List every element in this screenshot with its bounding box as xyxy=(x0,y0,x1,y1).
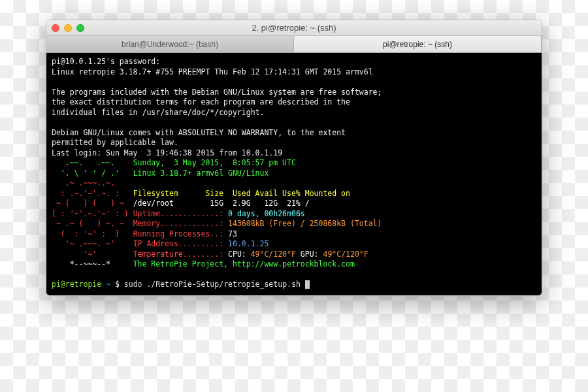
ascii-art-line: ~ .~ ( ) ~. ~ xyxy=(52,219,133,228)
motd-line: permitted by applicable law. xyxy=(52,138,178,147)
minimize-icon[interactable] xyxy=(64,24,72,32)
ascii-art-line: '~ .~~~. ~' xyxy=(52,239,133,248)
ascii-art-line: .~~. .~~. xyxy=(52,158,133,167)
close-icon[interactable] xyxy=(52,24,59,32)
motd-line: Debian GNU/Linux comes with ABSOLUTELY N… xyxy=(52,128,346,137)
ascii-art-line: ~ ( ) ( ) ~ xyxy=(52,199,133,208)
fs-row: /dev/root 15G 2.9G 12G 21% / xyxy=(133,199,310,208)
memory-label: Memory.............: xyxy=(133,219,228,228)
ascii-art-line: ( : '~'.~.'~' : ) xyxy=(52,209,133,218)
info-date: Sunday, 3 May 2015, 8:05:57 pm UTC xyxy=(133,158,296,167)
temp-label: Temperature........: xyxy=(133,250,228,259)
temp-cpu-label: CPU: xyxy=(228,250,251,259)
tab-label: brian@Underwood:~ (bash) xyxy=(122,40,218,49)
info-kernel: Linux 3.18.7+ armv6l GNU/Linux xyxy=(133,169,269,178)
prompt-user: pi@retropie xyxy=(52,280,101,289)
tab-bar: brian@Underwood:~ (bash) pi@retropie: ~ … xyxy=(46,36,542,53)
prompt-path: ~ xyxy=(101,280,115,289)
temp-cpu-value: 49°C/120°F xyxy=(251,250,296,259)
uptime-label: Uptime.............: xyxy=(133,209,228,218)
ascii-art-line: '. \ ' ' / .' xyxy=(52,169,133,178)
temp-gpu-label: GPU: xyxy=(296,250,323,259)
procs-label: Running Processes..: xyxy=(133,229,228,238)
project-line: The RetroPie Project, http://www.petrock… xyxy=(133,259,355,269)
uptime-value: 0 days, 00h26m06s xyxy=(228,209,305,218)
ascii-art-line: *--~~~--* xyxy=(52,259,133,269)
tab-bash[interactable]: brian@Underwood:~ (bash) xyxy=(46,36,294,52)
motd-line: individual files in /usr/share/doc/*/cop… xyxy=(52,108,264,117)
ip-value: 10.0.1.25 xyxy=(228,239,269,248)
window-title: 2. pi@retropie: ~ (ssh) xyxy=(46,23,542,33)
tab-ssh[interactable]: pi@retropie: ~ (ssh) xyxy=(294,36,542,52)
uname-line: Linux retropie 3.18.7+ #755 PREEMPT Thu … xyxy=(52,67,373,76)
command-input[interactable]: sudo ./RetroPie-Setup/retropie_setup.sh xyxy=(124,280,305,289)
titlebar[interactable]: 2. pi@retropie: ~ (ssh) xyxy=(46,20,542,36)
ascii-art-line: .~ .~~~..~. xyxy=(52,178,133,188)
ascii-art-line: '~' xyxy=(52,250,133,259)
password-prompt: pi@10.0.1.25's password: xyxy=(52,57,160,66)
last-login: Last login: Sun May 3 19:46:38 2015 from… xyxy=(52,148,282,157)
tab-label: pi@retropie: ~ (ssh) xyxy=(383,40,452,49)
ascii-art-line: ( : '~' : ) xyxy=(52,229,133,238)
traffic-lights xyxy=(52,24,84,32)
procs-value: 73 xyxy=(228,229,237,238)
zoom-icon[interactable] xyxy=(76,24,84,32)
ip-label: IP Address.........: xyxy=(133,239,228,248)
temp-gpu-value: 49°C/120°F xyxy=(323,250,368,259)
cursor-icon xyxy=(305,280,310,289)
fs-header: Filesystem Size Used Avail Use% Mounted … xyxy=(133,189,350,198)
terminal-window: 2. pi@retropie: ~ (ssh) brian@Underwood:… xyxy=(46,20,542,296)
terminal-body[interactable]: pi@10.0.1.25's password: Linux retropie … xyxy=(46,53,542,295)
memory-value: 143608kB (Free) / 250868kB (Total) xyxy=(228,219,382,228)
ascii-art-line: : .~.'~'.~. : xyxy=(52,189,133,198)
motd-line: The programs included with the Debian GN… xyxy=(52,88,382,97)
motd-line: the exact distribution terms for each pr… xyxy=(52,97,350,106)
prompt-symbol: $ xyxy=(115,280,124,289)
